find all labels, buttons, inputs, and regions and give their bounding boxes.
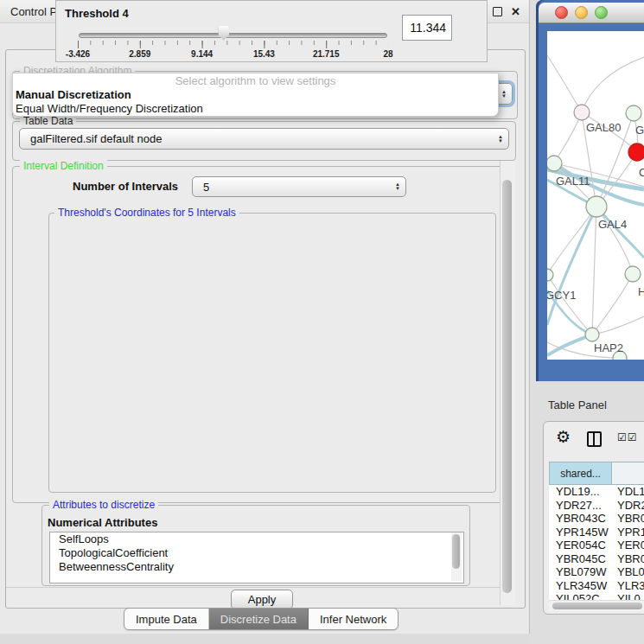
checkbox-icons[interactable]: ☑☑ (617, 431, 638, 443)
table-cell[interactable]: YDL1 (612, 485, 644, 498)
table-body: YDL19...YDL1YDR27...YDR2YBR043CYBR0YPR14… (549, 485, 644, 600)
float-window-icon[interactable] (493, 7, 502, 16)
table-row[interactable]: YDR27...YDR2 (549, 499, 644, 513)
list-scrollbar[interactable] (451, 532, 462, 581)
numerical-attributes-label: Numerical Attributes (48, 516, 157, 529)
table-cell[interactable]: YBR0 (612, 512, 644, 525)
columns-icon[interactable] (587, 431, 602, 447)
table-row[interactable]: YLR345WYLR3 (549, 579, 644, 593)
node-gal80[interactable] (574, 105, 590, 120)
attribute-item[interactable]: SelfLoops (50, 532, 463, 546)
network-canvas[interactable]: GAL80 GA C GAL11 GAL4 GCY1 H HAP2 (547, 31, 644, 360)
slider-track[interactable] (79, 33, 387, 38)
table-row[interactable]: YBL079WYBL0 (549, 565, 644, 579)
threshold-value-box[interactable]: 11.344 (402, 15, 452, 41)
table-row[interactable]: YBR043CYBR0 (549, 512, 644, 526)
node-selected-red[interactable] (628, 143, 644, 161)
zoom-traffic-light[interactable] (595, 6, 608, 19)
cyni-bottom-tabbar: Impute Data Discretize Data Infer Networ… (124, 608, 399, 630)
table-cell[interactable]: YBR0 (612, 552, 644, 565)
tick-label: 28 (383, 49, 392, 59)
node-gal11[interactable] (547, 156, 562, 171)
group-title: Attributes to discretize (49, 499, 158, 511)
table-row[interactable]: YPR145WYPR1 (549, 526, 644, 539)
tick-label: 9.144 (191, 49, 213, 59)
tick-label: 21.715 (313, 49, 340, 59)
table-cell[interactable]: YLR345W (549, 579, 612, 592)
table-data-combobox[interactable]: galFiltered.sif default node ▲▼ (19, 128, 509, 150)
number-of-intervals-combobox[interactable]: 5 ▲▼ (192, 176, 406, 197)
network-window-titlebar[interactable] (539, 3, 644, 23)
table-cell[interactable]: YDL19... (549, 485, 612, 498)
attributes-group: Attributes to discretize Numerical Attri… (41, 505, 470, 586)
node-gal4[interactable] (586, 196, 607, 217)
close-icon[interactable]: ✕ (511, 5, 520, 18)
node-label: GA (635, 124, 644, 137)
table-scrollbar-thumb[interactable] (552, 603, 642, 609)
numerical-attributes-list[interactable]: SelfLoopsTopologicalCoefficientBetweenne… (49, 532, 464, 583)
group-title: Interval Definition (20, 160, 107, 172)
table-cell[interactable]: YIL052C (549, 592, 612, 600)
node-label: HAP2 (594, 341, 623, 354)
node-ga[interactable] (626, 105, 641, 121)
table-row[interactable]: YDL19...YDL1 (549, 485, 644, 499)
dropdown-option-manual[interactable]: Manual Discretization (13, 88, 498, 102)
column-header-name[interactable]: na (612, 462, 644, 485)
table-cell[interactable]: YDR27... (549, 499, 612, 512)
list-scrollbar-thumb[interactable] (452, 534, 460, 569)
node-label: GAL11 (556, 175, 590, 188)
tab-label: Impute Data (136, 613, 197, 626)
node-hap2[interactable] (585, 328, 599, 341)
intervals-value: 5 (203, 181, 209, 194)
table-cell[interactable]: YBL079W (549, 565, 612, 578)
tick-label: -3.426 (66, 49, 90, 59)
slider-major-ticks (78, 41, 388, 48)
table-row[interactable]: YBR045CYBR0 (549, 552, 644, 566)
node-label: GAL4 (598, 218, 627, 231)
table-panel-title: Table Panel (548, 399, 607, 411)
number-of-intervals-label: Number of Intervals (73, 180, 178, 193)
tab-discretize-data[interactable]: Discretize Data (209, 609, 309, 629)
table-cell[interactable]: YPR1 (612, 526, 644, 539)
node-label: H (638, 285, 644, 298)
table-cell[interactable]: YIL0 (612, 592, 641, 600)
network-graph: GAL80 GA C GAL11 GAL4 GCY1 H HAP2 (547, 31, 644, 360)
group-title: Threshold's Coordinates for 5 Intervals (54, 207, 239, 219)
gear-icon[interactable]: ⚙ (556, 429, 571, 446)
threshold-panel-4: Threshold 4 -3.4262.8599.14415.4321.7152… (55, 0, 488, 62)
threshold-slider[interactable]: -3.4262.8599.14415.4321.71528 (79, 25, 387, 61)
panel-scrollbar[interactable] (500, 161, 515, 605)
tab-label: Discretize Data (220, 613, 296, 626)
dropdown-option-equal-width[interactable]: Equal Width/Frequency Discretization (13, 102, 498, 116)
threshold-label: Threshold 4 (65, 7, 129, 20)
table-cell[interactable]: YER054C (549, 539, 612, 552)
minimize-traffic-light[interactable] (575, 6, 588, 19)
network-view-window: GAL80 GA C GAL11 GAL4 GCY1 H HAP2 (536, 0, 644, 381)
tab-impute-data[interactable]: Impute Data (124, 609, 209, 629)
node-gcy1[interactable] (547, 269, 553, 281)
close-traffic-light[interactable] (555, 6, 568, 19)
table-cell[interactable]: YER0 (612, 539, 644, 552)
table-row[interactable]: YER054CYER0 (549, 539, 644, 552)
table-horizontal-scrollbar[interactable] (549, 600, 644, 611)
panel-scrollbar-thumb[interactable] (502, 180, 512, 593)
node-h[interactable] (625, 266, 641, 282)
column-header-shared[interactable]: shared... (549, 462, 612, 485)
table-cell[interactable]: YLR3 (612, 579, 644, 592)
table-row[interactable]: YIL052CYIL0 (549, 592, 644, 600)
table-data-value: galFiltered.sif default node (30, 132, 162, 145)
tab-infer-network[interactable]: Infer Network (309, 609, 398, 629)
table-cell[interactable]: YDR2 (612, 499, 644, 512)
table-cell[interactable]: YBR045C (549, 552, 612, 565)
node-label: C (639, 166, 644, 179)
attribute-item[interactable]: TopologicalCoefficient (50, 546, 463, 560)
apply-button[interactable]: Apply (231, 590, 293, 609)
node-label: GAL80 (586, 121, 621, 134)
tick-label: 2.859 (129, 49, 150, 59)
table-cell[interactable]: YPR145W (549, 526, 612, 539)
slider-thumb[interactable] (218, 26, 229, 41)
table-cell[interactable]: YBR043C (549, 512, 612, 525)
attribute-item[interactable]: BetweennessCentrality (50, 560, 463, 574)
table-panel: ⚙ ☑☑ shared... na YDL19...YDL1YDR27...YD… (543, 421, 644, 615)
table-cell[interactable]: YBL0 (612, 565, 644, 578)
